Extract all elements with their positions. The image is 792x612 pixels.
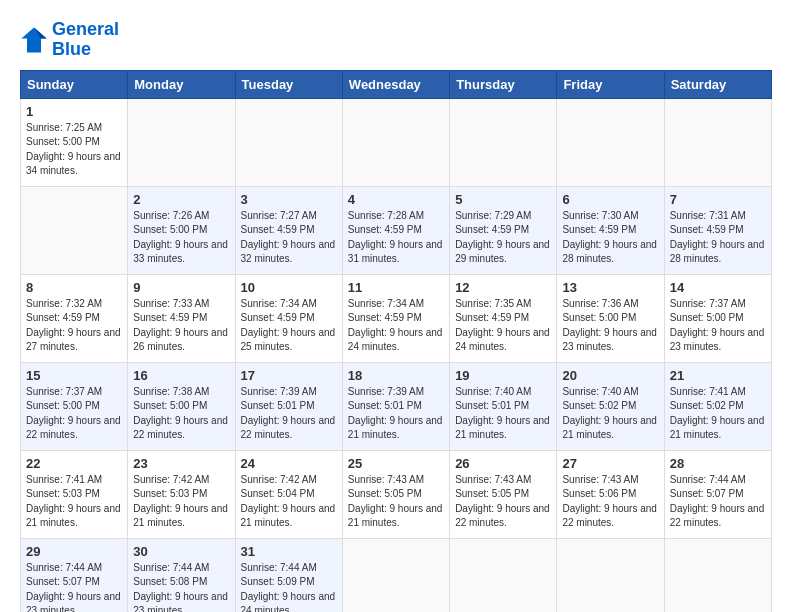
- day-number: 2: [133, 192, 229, 207]
- day-info: Sunrise: 7:34 AM Sunset: 4:59 PM Dayligh…: [241, 297, 337, 355]
- day-number: 26: [455, 456, 551, 471]
- calendar-day-29: 29 Sunrise: 7:44 AM Sunset: 5:07 PM Dayl…: [21, 538, 128, 612]
- day-info: Sunrise: 7:42 AM Sunset: 5:03 PM Dayligh…: [133, 473, 229, 531]
- calendar-day-9: 9 Sunrise: 7:33 AM Sunset: 4:59 PM Dayli…: [128, 274, 235, 362]
- day-number: 7: [670, 192, 766, 207]
- calendar-day-25: 25 Sunrise: 7:43 AM Sunset: 5:05 PM Dayl…: [342, 450, 449, 538]
- calendar-day-24: 24 Sunrise: 7:42 AM Sunset: 5:04 PM Dayl…: [235, 450, 342, 538]
- calendar-day-28: 28 Sunrise: 7:44 AM Sunset: 5:07 PM Dayl…: [664, 450, 771, 538]
- weekday-header-sunday: Sunday: [21, 70, 128, 98]
- day-info: Sunrise: 7:44 AM Sunset: 5:07 PM Dayligh…: [670, 473, 766, 531]
- day-number: 28: [670, 456, 766, 471]
- calendar-day-7: 7 Sunrise: 7:31 AM Sunset: 4:59 PM Dayli…: [664, 186, 771, 274]
- day-info: Sunrise: 7:40 AM Sunset: 5:01 PM Dayligh…: [455, 385, 551, 443]
- calendar-week-5: 29 Sunrise: 7:44 AM Sunset: 5:07 PM Dayl…: [21, 538, 772, 612]
- svg-marker-0: [21, 27, 46, 52]
- day-info: Sunrise: 7:41 AM Sunset: 5:03 PM Dayligh…: [26, 473, 122, 531]
- calendar-day-16: 16 Sunrise: 7:38 AM Sunset: 5:00 PM Dayl…: [128, 362, 235, 450]
- day-number: 25: [348, 456, 444, 471]
- calendar-day-31: 31 Sunrise: 7:44 AM Sunset: 5:09 PM Dayl…: [235, 538, 342, 612]
- empty-cell: [21, 186, 128, 274]
- calendar-day-5: 5 Sunrise: 7:29 AM Sunset: 4:59 PM Dayli…: [450, 186, 557, 274]
- day-number: 30: [133, 544, 229, 559]
- calendar-week-4: 22 Sunrise: 7:41 AM Sunset: 5:03 PM Dayl…: [21, 450, 772, 538]
- day-number: 8: [26, 280, 122, 295]
- weekday-header-friday: Friday: [557, 70, 664, 98]
- day-info: Sunrise: 7:39 AM Sunset: 5:01 PM Dayligh…: [348, 385, 444, 443]
- day-number: 23: [133, 456, 229, 471]
- day-info: Sunrise: 7:25 AM Sunset: 5:00 PM Dayligh…: [26, 121, 122, 179]
- calendar-table: SundayMondayTuesdayWednesdayThursdayFrid…: [20, 70, 772, 612]
- day-info: Sunrise: 7:34 AM Sunset: 4:59 PM Dayligh…: [348, 297, 444, 355]
- day-info: Sunrise: 7:43 AM Sunset: 5:06 PM Dayligh…: [562, 473, 658, 531]
- calendar-week-1: 2 Sunrise: 7:26 AM Sunset: 5:00 PM Dayli…: [21, 186, 772, 274]
- calendar-week-3: 15 Sunrise: 7:37 AM Sunset: 5:00 PM Dayl…: [21, 362, 772, 450]
- day-number: 16: [133, 368, 229, 383]
- day-number: 13: [562, 280, 658, 295]
- logo-text: General Blue: [52, 20, 119, 60]
- empty-cell: [450, 538, 557, 612]
- calendar-day-11: 11 Sunrise: 7:34 AM Sunset: 4:59 PM Dayl…: [342, 274, 449, 362]
- calendar-day-19: 19 Sunrise: 7:40 AM Sunset: 5:01 PM Dayl…: [450, 362, 557, 450]
- empty-cell: [664, 538, 771, 612]
- calendar-day-12: 12 Sunrise: 7:35 AM Sunset: 4:59 PM Dayl…: [450, 274, 557, 362]
- day-number: 29: [26, 544, 122, 559]
- calendar-day-8: 8 Sunrise: 7:32 AM Sunset: 4:59 PM Dayli…: [21, 274, 128, 362]
- calendar-day-10: 10 Sunrise: 7:34 AM Sunset: 4:59 PM Dayl…: [235, 274, 342, 362]
- calendar-day-1: 1 Sunrise: 7:25 AM Sunset: 5:00 PM Dayli…: [21, 98, 128, 186]
- page-header: General Blue: [20, 20, 772, 60]
- day-info: Sunrise: 7:28 AM Sunset: 4:59 PM Dayligh…: [348, 209, 444, 267]
- calendar-day-17: 17 Sunrise: 7:39 AM Sunset: 5:01 PM Dayl…: [235, 362, 342, 450]
- empty-cell: [664, 98, 771, 186]
- day-info: Sunrise: 7:30 AM Sunset: 4:59 PM Dayligh…: [562, 209, 658, 267]
- calendar-day-6: 6 Sunrise: 7:30 AM Sunset: 4:59 PM Dayli…: [557, 186, 664, 274]
- day-number: 18: [348, 368, 444, 383]
- day-number: 12: [455, 280, 551, 295]
- day-number: 24: [241, 456, 337, 471]
- day-info: Sunrise: 7:29 AM Sunset: 4:59 PM Dayligh…: [455, 209, 551, 267]
- calendar-day-14: 14 Sunrise: 7:37 AM Sunset: 5:00 PM Dayl…: [664, 274, 771, 362]
- day-info: Sunrise: 7:44 AM Sunset: 5:09 PM Dayligh…: [241, 561, 337, 612]
- day-number: 1: [26, 104, 122, 119]
- day-info: Sunrise: 7:33 AM Sunset: 4:59 PM Dayligh…: [133, 297, 229, 355]
- day-number: 11: [348, 280, 444, 295]
- calendar-day-3: 3 Sunrise: 7:27 AM Sunset: 4:59 PM Dayli…: [235, 186, 342, 274]
- day-number: 4: [348, 192, 444, 207]
- day-info: Sunrise: 7:42 AM Sunset: 5:04 PM Dayligh…: [241, 473, 337, 531]
- day-info: Sunrise: 7:37 AM Sunset: 5:00 PM Dayligh…: [26, 385, 122, 443]
- empty-cell: [342, 538, 449, 612]
- day-info: Sunrise: 7:31 AM Sunset: 4:59 PM Dayligh…: [670, 209, 766, 267]
- empty-cell: [557, 98, 664, 186]
- day-number: 21: [670, 368, 766, 383]
- day-number: 10: [241, 280, 337, 295]
- day-number: 31: [241, 544, 337, 559]
- logo: General Blue: [20, 20, 119, 60]
- day-info: Sunrise: 7:40 AM Sunset: 5:02 PM Dayligh…: [562, 385, 658, 443]
- weekday-header-tuesday: Tuesday: [235, 70, 342, 98]
- day-info: Sunrise: 7:26 AM Sunset: 5:00 PM Dayligh…: [133, 209, 229, 267]
- day-number: 22: [26, 456, 122, 471]
- day-number: 19: [455, 368, 551, 383]
- day-info: Sunrise: 7:41 AM Sunset: 5:02 PM Dayligh…: [670, 385, 766, 443]
- calendar-week-0: 1 Sunrise: 7:25 AM Sunset: 5:00 PM Dayli…: [21, 98, 772, 186]
- day-number: 15: [26, 368, 122, 383]
- day-number: 6: [562, 192, 658, 207]
- weekday-header-row: SundayMondayTuesdayWednesdayThursdayFrid…: [21, 70, 772, 98]
- day-info: Sunrise: 7:44 AM Sunset: 5:07 PM Dayligh…: [26, 561, 122, 612]
- calendar-day-2: 2 Sunrise: 7:26 AM Sunset: 5:00 PM Dayli…: [128, 186, 235, 274]
- calendar-day-15: 15 Sunrise: 7:37 AM Sunset: 5:00 PM Dayl…: [21, 362, 128, 450]
- empty-cell: [557, 538, 664, 612]
- weekday-header-thursday: Thursday: [450, 70, 557, 98]
- day-number: 9: [133, 280, 229, 295]
- calendar-day-20: 20 Sunrise: 7:40 AM Sunset: 5:02 PM Dayl…: [557, 362, 664, 450]
- day-info: Sunrise: 7:36 AM Sunset: 5:00 PM Dayligh…: [562, 297, 658, 355]
- day-number: 17: [241, 368, 337, 383]
- calendar-day-21: 21 Sunrise: 7:41 AM Sunset: 5:02 PM Dayl…: [664, 362, 771, 450]
- day-info: Sunrise: 7:37 AM Sunset: 5:00 PM Dayligh…: [670, 297, 766, 355]
- weekday-header-wednesday: Wednesday: [342, 70, 449, 98]
- logo-icon: [20, 26, 48, 54]
- calendar-week-2: 8 Sunrise: 7:32 AM Sunset: 4:59 PM Dayli…: [21, 274, 772, 362]
- day-number: 3: [241, 192, 337, 207]
- calendar-day-13: 13 Sunrise: 7:36 AM Sunset: 5:00 PM Dayl…: [557, 274, 664, 362]
- calendar-day-22: 22 Sunrise: 7:41 AM Sunset: 5:03 PM Dayl…: [21, 450, 128, 538]
